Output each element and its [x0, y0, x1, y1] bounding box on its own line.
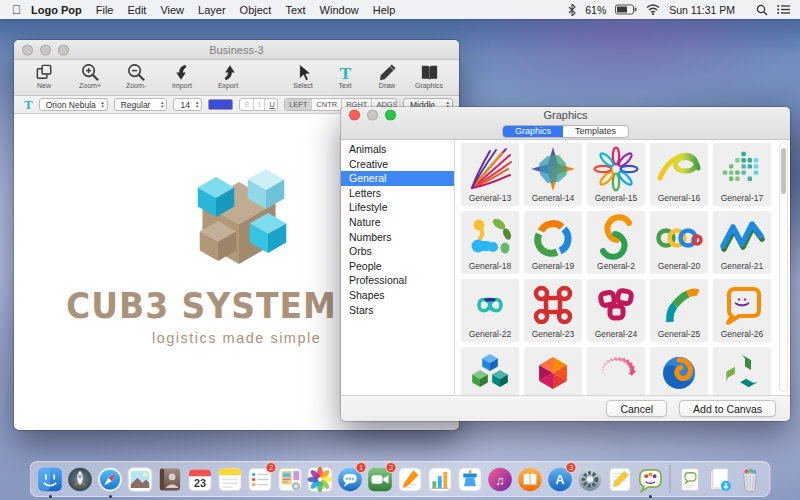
cancel-button[interactable]: Cancel — [606, 400, 667, 417]
minimize-button[interactable] — [367, 110, 378, 121]
category-professional[interactable]: Professional — [341, 273, 454, 288]
graphics-item-general-25[interactable]: General-25 — [650, 279, 708, 342]
graphics-item-general-26[interactable]: :)General-26 — [713, 279, 771, 342]
zoom-out-tool-button[interactable]: Zoom- — [116, 62, 156, 89]
dock-photos-icon[interactable] — [307, 464, 334, 494]
text-style-segment[interactable]: BIU — [239, 98, 278, 111]
category-lifestyle[interactable]: Lifestyle — [341, 200, 454, 215]
scrollbar-thumb[interactable] — [781, 148, 786, 194]
category-orbs[interactable]: Orbs — [341, 244, 454, 259]
text-tool-button[interactable]: TText — [325, 62, 365, 89]
dock-ibooks-icon[interactable] — [517, 464, 544, 494]
scrollbar[interactable] — [779, 142, 788, 392]
dock-textedit-icon[interactable] — [607, 464, 634, 494]
export-tool-button[interactable]: Export — [208, 62, 248, 89]
menu-text[interactable]: Text — [285, 4, 305, 16]
align-left-button[interactable]: LEFT — [285, 99, 312, 110]
menu-file[interactable]: File — [96, 4, 114, 16]
dock-preview-icon[interactable] — [127, 464, 154, 494]
menu-window[interactable]: Window — [320, 4, 359, 16]
dock-logo-pop-icon[interactable] — [637, 464, 664, 494]
category-letters[interactable]: Letters — [341, 186, 454, 201]
font-style-select[interactable]: Regular▲▼ — [114, 98, 168, 111]
dock-finder-icon[interactable] — [37, 464, 64, 494]
category-animals[interactable]: Animals — [341, 142, 454, 157]
menu-object[interactable]: Object — [240, 4, 272, 16]
graphics-item[interactable] — [650, 347, 708, 395]
zoom-in-tool-button[interactable]: Zoom+ — [70, 62, 110, 89]
dock-system-preferences-icon[interactable] — [577, 464, 604, 494]
font-family-select[interactable]: Orion Nebula▲▼ — [39, 98, 108, 111]
menu-edit[interactable]: Edit — [127, 4, 146, 16]
minimize-button[interactable] — [40, 44, 51, 55]
graphics-item-general-21[interactable]: General-21 — [713, 211, 771, 274]
dock-itunes-icon[interactable]: ♫ — [487, 464, 514, 494]
import-tool-button[interactable]: Import — [162, 62, 202, 89]
draw-tool-button[interactable]: Draw — [367, 62, 407, 89]
style-b-button[interactable]: B — [240, 99, 254, 110]
dock-pages-icon[interactable] — [397, 464, 424, 494]
tab-graphics[interactable]: Graphics — [503, 126, 563, 137]
graphics-item-general-20[interactable]: General-20 — [650, 211, 708, 274]
dock-launchpad-icon[interactable] — [67, 464, 94, 494]
category-nature[interactable]: Nature — [341, 215, 454, 230]
graphics-item-general-22[interactable]: General-22 — [461, 279, 519, 342]
bluetooth-icon[interactable] — [568, 4, 576, 16]
apple-menu-icon[interactable]:  — [12, 3, 21, 17]
align-cntr-button[interactable]: CNTR — [312, 99, 342, 110]
graphics-item-general-19[interactable]: General-19 — [524, 211, 582, 274]
dock-contacts-icon[interactable] — [157, 464, 184, 494]
notification-center-icon[interactable] — [777, 4, 790, 15]
menu-help[interactable]: Help — [373, 4, 396, 16]
category-numbers[interactable]: Numbers — [341, 230, 454, 245]
graphics-item-general-15[interactable]: General-15 — [587, 143, 645, 206]
menu-layer[interactable]: Layer — [198, 4, 226, 16]
graphics-item-general-17[interactable]: General-17 — [713, 143, 771, 206]
menu-view[interactable]: View — [160, 4, 184, 16]
battery-icon[interactable] — [615, 4, 637, 15]
logo-headline[interactable]: CUB3 SYSTEM — [66, 284, 337, 326]
add-to-canvas-button[interactable]: Add to Canvas — [679, 400, 776, 417]
zoom-button[interactable] — [385, 110, 396, 121]
graphics-item-general-14[interactable]: General-14 — [524, 143, 582, 206]
menu-clock[interactable]: Sun 11:31 PM — [669, 4, 735, 16]
cube-logo-graphic[interactable] — [154, 152, 324, 282]
zoom-button[interactable] — [58, 44, 69, 55]
select-tool-button[interactable]: Select — [283, 62, 323, 89]
logo-tagline[interactable]: logistics made simple — [152, 330, 321, 346]
font-size-select[interactable]: 14▲▼ — [173, 98, 202, 111]
dock-calendar-icon[interactable]: 23 — [187, 464, 214, 494]
graphics-tool-button[interactable]: Graphics — [409, 62, 449, 89]
category-general[interactable]: General — [341, 171, 454, 186]
dock-notes-icon[interactable] — [217, 464, 244, 494]
dock-safari-icon[interactable] — [97, 464, 124, 494]
graphics-panel-titlebar[interactable]: Graphics — [341, 107, 790, 123]
style-i-button[interactable]: I — [254, 99, 265, 110]
app-menu-title[interactable]: Logo Pop — [31, 4, 82, 16]
dock-numbers-icon[interactable] — [427, 464, 454, 494]
category-creative[interactable]: Creative — [341, 157, 454, 172]
dock-trash-icon[interactable] — [737, 464, 764, 494]
main-window-titlebar[interactable]: Business-3 — [14, 40, 459, 60]
graphics-item[interactable] — [524, 347, 582, 395]
wifi-icon[interactable] — [646, 4, 660, 15]
dock-logo-pop-document-icon[interactable] — [677, 464, 704, 494]
close-button[interactable] — [22, 44, 33, 55]
graphics-item[interactable] — [587, 347, 645, 395]
dock-appstore-icon[interactable]: A3 — [547, 464, 574, 494]
category-shapes[interactable]: Shapes — [341, 288, 454, 303]
category-stars[interactable]: Stars — [341, 303, 454, 318]
spotlight-icon[interactable] — [756, 4, 768, 16]
dock-facetime-icon[interactable]: 2 — [367, 464, 394, 494]
dock-newsstand-icon[interactable] — [277, 464, 304, 494]
graphics-item[interactable] — [461, 347, 519, 395]
graphics-item-general-13[interactable]: General-13 — [461, 143, 519, 206]
dock-keynote-icon[interactable] — [457, 464, 484, 494]
category-people[interactable]: People — [341, 259, 454, 274]
graphics-item-general-16[interactable]: General-16 — [650, 143, 708, 206]
dock-messages-icon[interactable]: 1 — [337, 464, 364, 494]
dock-reminders-icon[interactable]: 2 — [247, 464, 274, 494]
graphics-item[interactable] — [713, 347, 771, 395]
close-button[interactable] — [349, 110, 360, 121]
graphics-item-general-2[interactable]: General-2 — [587, 211, 645, 274]
